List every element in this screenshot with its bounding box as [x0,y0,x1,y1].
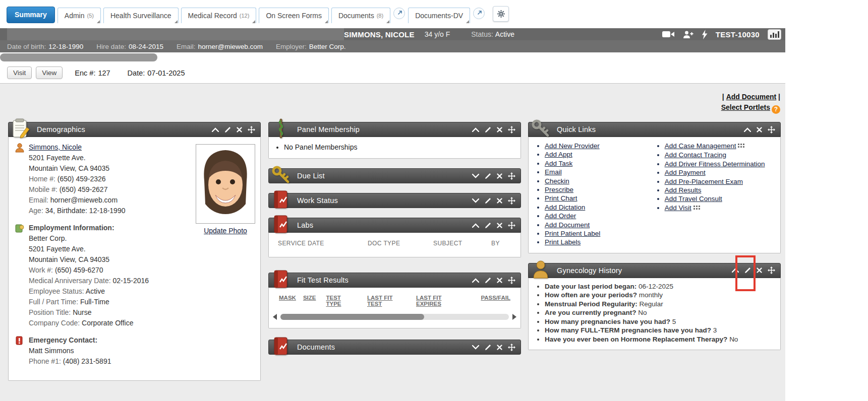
portlet-title: Gynecology History [557,266,622,275]
header-scrollbar[interactable] [0,52,785,62]
collapse-button[interactable] [472,278,479,283]
video-camera-icon[interactable] [662,30,675,38]
close-button[interactable] [237,127,242,132]
collapse-button[interactable] [472,223,479,228]
expand-button[interactable] [472,198,479,203]
edit-button[interactable] [485,344,491,351]
scroll-left-arrow[interactable] [273,314,277,320]
visit-button[interactable]: Visit [7,66,32,79]
close-button[interactable] [757,268,762,273]
update-photo-link[interactable]: Update Photo [204,227,247,235]
add-driver-fitness-link[interactable]: Add Driver Fitness Determination [665,160,765,168]
print-chart-link[interactable]: Print Chart [545,194,577,202]
tab-label: Health Surveillance [110,12,171,20]
edit-button[interactable] [485,277,491,284]
add-payment-link[interactable]: Add Payment [665,169,706,176]
portlet-title: Labs [297,221,313,229]
lightning-bolt-icon[interactable] [702,30,708,39]
popout-documents-button[interactable] [393,8,405,19]
move-handle[interactable] [508,172,515,180]
scroll-right-arrow[interactable] [512,314,516,320]
expand-button[interactable] [472,174,479,178]
email-link[interactable]: Email [545,168,562,176]
move-handle[interactable] [768,266,775,274]
edit-button[interactable] [224,126,231,133]
labs-book-icon [270,214,292,235]
close-button[interactable] [757,127,762,132]
add-pre-placement-exam-link[interactable]: Add Pre-Placement Exam [665,178,743,185]
tab-documents[interactable]: Documents(8) [331,8,390,23]
tab-admin[interactable]: Admin(5) [57,8,101,23]
settings-gear-button[interactable] [493,6,509,22]
list-grid-icon[interactable] [693,204,700,213]
add-order-link[interactable]: Add Order [545,212,576,220]
patient-id: TEST-10030 [716,30,760,39]
panel-membership-body: No Panel Memberships [268,137,521,159]
close-button[interactable] [497,345,502,350]
address-line: Mountain View, CA 94035 [29,163,125,174]
collapse-button[interactable] [212,127,219,132]
scrollbar-thumb[interactable] [280,314,424,320]
move-handle[interactable] [768,126,775,133]
list-grid-icon[interactable] [738,142,744,151]
add-document-link[interactable]: Add Document [726,93,777,101]
scrollbar-track[interactable] [280,314,509,320]
move-handle[interactable] [508,222,515,229]
prescribe-link[interactable]: Prescribe [545,186,573,193]
add-visit-link[interactable]: Add Visit [665,204,691,212]
flowsheet-chart-icon[interactable] [768,29,781,40]
add-appt-link[interactable]: Add Appt [545,151,572,158]
close-button[interactable] [497,127,502,132]
patient-name-link[interactable]: Simmons, Nicole [29,143,82,151]
column-header: SUBJECT [433,240,491,247]
gynecology-bust-icon [530,259,551,280]
close-button[interactable] [497,173,502,179]
work-phone-line: Work #: (650) 459-6270 [29,265,149,276]
address-line: 5201 Fayette Ave. [29,153,125,163]
edit-button[interactable] [485,197,491,204]
add-contact-tracing-link[interactable]: Add Contact Tracing [665,151,726,159]
move-handle[interactable] [248,126,255,133]
add-document-quick-link[interactable]: Add Document [545,221,590,229]
edit-button[interactable] [485,173,491,179]
tab-label: Documents-DV [415,12,463,20]
demographics-body: Update Photo Simmons, Nicole 5201 Fayett… [8,137,261,381]
move-handle[interactable] [508,126,515,133]
tab-summary[interactable]: Summary [7,7,55,23]
help-icon[interactable]: ? [772,105,780,114]
checkin-link[interactable]: Checkin [545,177,569,185]
close-button[interactable] [497,223,502,228]
person-icon [15,142,29,216]
collapse-button[interactable] [744,127,751,132]
tab-on-screen-forms[interactable]: On Screen Forms [259,8,328,23]
move-handle[interactable] [508,277,515,284]
move-handle[interactable] [508,197,515,205]
expand-button[interactable] [472,345,479,350]
add-case-management-link[interactable]: Add Case Management [665,142,736,150]
close-button[interactable] [497,198,502,204]
column-middle: Panel Membership No Panel Memberships [268,122,521,364]
close-button[interactable] [497,278,502,283]
tab-documents-dv[interactable]: Documents-DV [408,8,470,23]
move-handle[interactable] [508,344,515,351]
view-button[interactable]: View [36,66,63,79]
edit-button[interactable] [485,222,491,229]
portlet-demographics: Demographics Update Photo [8,122,261,381]
add-results-link[interactable]: Add Results [665,186,702,194]
header-scrollbar-thumb[interactable] [0,53,157,61]
add-person-icon[interactable] [683,30,693,39]
portlet-header: Work Status [268,193,521,208]
portlet-header: Quick Links [528,122,781,137]
print-labels-link[interactable]: Print Labels [545,238,581,246]
tab-health-surveillance[interactable]: Health Surveillance [103,8,179,23]
edit-button[interactable] [485,126,491,133]
add-travel-consult-link[interactable]: Add Travel Consult [665,195,722,203]
add-task-link[interactable]: Add Task [545,160,572,167]
tab-medical-record[interactable]: Medical Record(12) [181,8,257,23]
add-new-provider-link[interactable]: Add New Provider [545,142,600,150]
select-portlets-link[interactable]: Select Portlets [721,103,770,111]
add-dictation-link[interactable]: Add Dictation [545,204,585,211]
print-patient-label-link[interactable]: Print Patient Label [545,230,600,237]
popout-documents-dv-button[interactable] [473,8,485,19]
collapse-button[interactable] [472,127,479,132]
